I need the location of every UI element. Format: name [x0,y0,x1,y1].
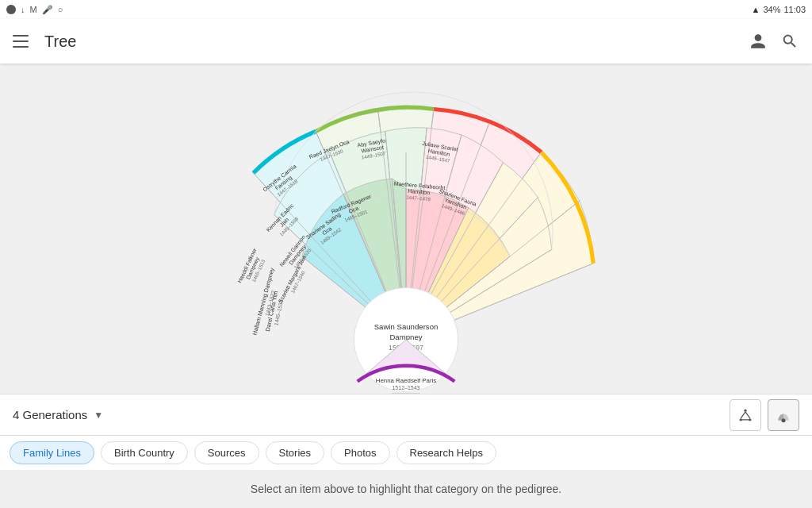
chevron-down-icon: ▼ [94,410,103,421]
generations-label: 4 Generations [13,408,87,421]
gmail-icon: M [30,5,37,14]
hamburger-line-1 [13,35,29,37]
wifi-icon: ▲ [752,5,760,14]
person-icon[interactable] [749,32,768,51]
svg-line-73 [745,411,750,418]
svg-point-75 [782,418,786,422]
app-bar: Tree [0,19,812,64]
svg-text:Sawin Saunderson: Sawin Saunderson [374,322,439,331]
download-icon: ↓ [21,5,25,14]
fan-chart-area: Sawin Saunderson Dampney 1509–1597 Halla… [0,64,812,394]
fan-container[interactable]: Sawin Saunderson Dampney 1509–1597 Halla… [128,64,684,394]
filter-tabs: Family Lines Birth Country Sources Stori… [0,435,812,470]
circle-icon: ○ [58,5,63,14]
page-title: Tree [44,33,749,51]
pedigree-fan-svg[interactable]: Sawin Saunderson Dampney 1509–1597 Halla… [128,64,684,394]
app-bar-actions [749,32,799,51]
hamburger-line-3 [13,46,29,48]
battery-text: 34% [763,5,780,14]
generations-selector[interactable]: 4 Generations ▼ [13,408,103,421]
fan-view-button[interactable] [768,399,799,431]
status-dot-1 [6,5,16,14]
svg-point-69 [744,409,746,411]
tab-photos[interactable]: Photos [331,441,389,464]
tree-view-button[interactable] [730,399,761,431]
mic-icon: 🎤 [42,5,53,15]
search-icon[interactable] [780,32,799,51]
status-bar-left: ↓ M 🎤 ○ [6,5,63,15]
tab-family-lines[interactable]: Family Lines [10,441,94,464]
svg-text:Henna Raedself Paris: Henna Raedself Paris [376,377,437,384]
hamburger-button[interactable] [13,32,32,51]
hamburger-line-2 [13,40,29,42]
time-display: 11:03 [783,5,806,14]
bottom-controls: 4 Generations ▼ [0,394,812,435]
view-icons [730,399,799,431]
svg-text:1512–1543: 1512–1543 [392,385,419,391]
svg-line-72 [741,411,745,418]
status-bar: ↓ M 🎤 ○ ▲ 34% 11:03 [0,0,812,19]
status-message: Select an item above to highlight that c… [0,470,812,508]
status-bar-right: ▲ 34% 11:03 [752,5,806,14]
tab-birth-country[interactable]: Birth Country [101,441,188,464]
tab-stories[interactable]: Stories [266,441,324,464]
tab-sources[interactable]: Sources [194,441,259,464]
tab-research-helps[interactable]: Research Helps [396,441,497,464]
